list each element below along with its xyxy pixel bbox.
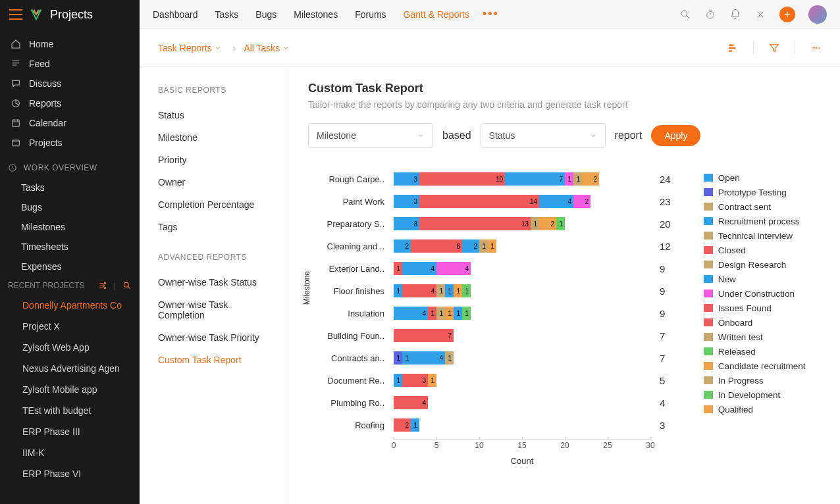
- legend-item[interactable]: In Progress: [704, 373, 806, 388]
- report-type-item[interactable]: Owner-wise Task Priority: [158, 326, 269, 349]
- chart-segment[interactable]: 2: [573, 195, 591, 208]
- legend-item[interactable]: Design Research: [704, 257, 806, 272]
- chart-segment[interactable]: 1: [394, 351, 402, 365]
- more-icon[interactable]: •••: [483, 7, 499, 21]
- recent-project-item[interactable]: IIM-K: [0, 442, 140, 463]
- avatar[interactable]: [808, 5, 827, 24]
- sidebar-item-bugs[interactable]: Bugs: [0, 197, 140, 217]
- report-type-item[interactable]: Status: [158, 104, 269, 126]
- more-icon[interactable]: [810, 42, 822, 54]
- report-type-item[interactable]: Priority: [158, 149, 269, 171]
- sidebar-item-reports[interactable]: Reports: [0, 93, 140, 113]
- tab-bugs[interactable]: Bugs: [255, 9, 276, 20]
- recent-project-item[interactable]: TEst with budget: [0, 400, 140, 421]
- criteria1-select[interactable]: Milestone: [308, 123, 433, 148]
- legend-item[interactable]: Candidate recruitment: [704, 359, 806, 373]
- sidebar-item-expenses[interactable]: Expenses: [0, 257, 140, 276]
- legend-item[interactable]: Issues Found: [704, 301, 806, 315]
- sidebar-item-timesheets[interactable]: Timesheets: [0, 237, 140, 257]
- chart-segment[interactable]: 1: [462, 284, 471, 297]
- chart-segment[interactable]: 1: [531, 217, 539, 230]
- recent-project-item[interactable]: ERP Phase VI: [0, 463, 140, 484]
- recent-project-item[interactable]: Zylsoft Mobile app: [0, 379, 140, 400]
- breadcrumb-task-reports[interactable]: Task Reports: [158, 43, 221, 53]
- search-icon[interactable]: [679, 9, 691, 20]
- chart-segment[interactable]: 1: [394, 284, 402, 297]
- chart-segment[interactable]: 1: [573, 172, 582, 186]
- timer-icon[interactable]: [704, 9, 716, 20]
- chart-segment[interactable]: 4: [539, 195, 573, 208]
- chart-segment[interactable]: 2: [539, 217, 556, 230]
- hamburger-icon[interactable]: [9, 9, 22, 20]
- chart-segment[interactable]: 1: [394, 374, 402, 387]
- chart-segment[interactable]: 1: [462, 307, 471, 320]
- tab-forums[interactable]: Forums: [355, 9, 386, 20]
- chart-segment[interactable]: 4: [411, 351, 445, 365]
- legend-item[interactable]: Open: [704, 170, 806, 185]
- chart-segment[interactable]: 1: [436, 284, 445, 297]
- sidebar-item-feed[interactable]: Feed: [0, 54, 140, 74]
- sidebar-item-tasks[interactable]: Tasks: [0, 178, 140, 197]
- bar-chart-icon[interactable]: [727, 42, 739, 54]
- sidebar-item-discuss[interactable]: Discuss: [0, 74, 140, 93]
- chart-segment[interactable]: 1: [428, 307, 436, 320]
- sidebar-item-calendar[interactable]: Calendar: [0, 113, 140, 133]
- chart-segment[interactable]: 6: [411, 239, 462, 253]
- chart-segment[interactable]: 4: [402, 262, 436, 275]
- recent-project-item[interactable]: Zylsoft Web App: [0, 337, 140, 358]
- chart-segment[interactable]: 4: [394, 396, 428, 409]
- sidebar-item-home[interactable]: Home: [0, 34, 140, 54]
- legend-item[interactable]: Closed: [704, 243, 806, 257]
- criteria2-select[interactable]: Status: [481, 123, 606, 148]
- legend-item[interactable]: Contract sent: [704, 199, 806, 214]
- report-type-item[interactable]: Tags: [158, 216, 269, 238]
- legend-item[interactable]: Under Construction: [704, 286, 806, 301]
- chart-segment[interactable]: 1: [445, 351, 454, 365]
- chart-segment[interactable]: 2: [582, 172, 599, 186]
- tab-dashboard[interactable]: Dashboard: [153, 9, 198, 20]
- tab-tasks[interactable]: Tasks: [215, 9, 239, 20]
- legend-item[interactable]: In Development: [704, 388, 806, 402]
- chart-segment[interactable]: 1: [394, 262, 402, 275]
- chart-segment[interactable]: 4: [402, 284, 436, 297]
- legend-item[interactable]: Technical interview: [704, 228, 806, 243]
- recent-project-item[interactable]: Nexus Advertising Agen: [0, 358, 140, 379]
- report-type-item[interactable]: Owner-wise Task Status: [158, 271, 269, 293]
- chart-segment[interactable]: 4: [394, 307, 428, 320]
- legend-item[interactable]: Qualified: [704, 402, 806, 416]
- legend-item[interactable]: Written test: [704, 330, 806, 344]
- legend-item[interactable]: Released: [704, 344, 806, 359]
- chart-segment[interactable]: 2: [462, 239, 479, 253]
- chart-segment[interactable]: 1: [454, 284, 462, 297]
- report-type-item[interactable]: Milestone: [158, 126, 269, 149]
- add-button[interactable]: +: [779, 7, 795, 22]
- tab-gantt-reports[interactable]: Gantt & Reports: [404, 9, 469, 20]
- chart-segment[interactable]: 1: [445, 307, 454, 320]
- recent-project-item[interactable]: ERP Phase III: [0, 421, 140, 442]
- bell-icon[interactable]: [729, 9, 741, 20]
- report-type-item[interactable]: Owner-wise Task Completion: [158, 293, 269, 326]
- chart-segment[interactable]: 7: [394, 329, 454, 342]
- chart-segment[interactable]: 2: [394, 418, 411, 432]
- settings-icon[interactable]: [98, 281, 107, 290]
- legend-item[interactable]: Recruitment process: [704, 214, 806, 228]
- search-icon[interactable]: [122, 281, 132, 290]
- chart-segment[interactable]: 10: [419, 172, 505, 186]
- filter-icon[interactable]: [768, 42, 780, 54]
- chart-segment[interactable]: 7: [505, 172, 565, 186]
- chart-segment[interactable]: 3: [402, 374, 428, 387]
- chart-segment[interactable]: 1: [445, 284, 454, 297]
- chart-segment[interactable]: 3: [394, 195, 419, 208]
- chart-segment[interactable]: 4: [436, 262, 471, 275]
- chart-segment[interactable]: 1: [479, 239, 488, 253]
- chart-segment[interactable]: 1: [402, 351, 411, 365]
- chart-segment[interactable]: 1: [454, 307, 462, 320]
- chart-segment[interactable]: 3: [394, 217, 419, 230]
- sidebar-item-milestones[interactable]: Milestones: [0, 217, 140, 237]
- breadcrumb-all-tasks[interactable]: All Tasks: [244, 43, 289, 53]
- chart-segment[interactable]: 3: [394, 172, 419, 186]
- apply-button[interactable]: Apply: [651, 125, 700, 146]
- work-overview-header[interactable]: WORK OVERVIEW: [0, 158, 140, 178]
- chart-segment[interactable]: 13: [419, 217, 531, 230]
- chart-segment[interactable]: 1: [556, 217, 565, 230]
